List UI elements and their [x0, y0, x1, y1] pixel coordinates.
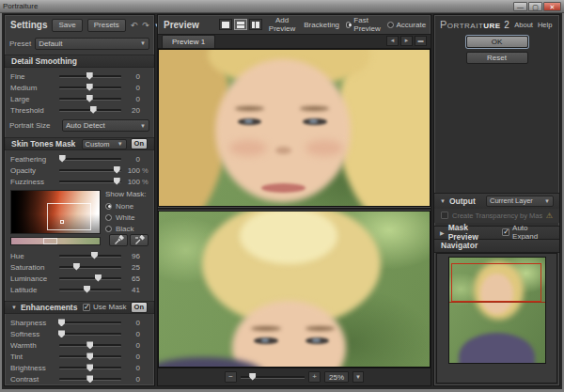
redo-icon[interactable]: ↷: [142, 21, 149, 30]
slider-thumb[interactable]: [91, 252, 98, 259]
slider-value: 0: [121, 341, 140, 350]
slider-thumb[interactable]: [114, 166, 120, 174]
mask-option[interactable]: None: [105, 200, 149, 212]
horizontal-split-view-icon[interactable]: [234, 19, 247, 30]
preview-image-top[interactable]: [158, 49, 431, 207]
enhancement-sliders: Sharpness 0 Softness 0 Warmth 0 Tint 0 B…: [5, 314, 154, 385]
ok-button[interactable]: OK: [466, 36, 528, 48]
mask-option[interactable]: White: [105, 212, 149, 223]
slider-thumb[interactable]: [86, 375, 93, 383]
use-mask-checkbox[interactable]: [83, 304, 90, 311]
slider-track[interactable]: [59, 266, 121, 269]
section-enhancements[interactable]: ▼ Enhancements Use Mask On: [5, 301, 154, 314]
reset-button[interactable]: Reset: [466, 52, 528, 64]
output-layer-dropdown[interactable]: Current Layer ▼: [486, 196, 554, 207]
slider-thumb[interactable]: [86, 72, 93, 80]
zoom-slider[interactable]: [241, 376, 305, 379]
presets-button[interactable]: Presets: [87, 19, 126, 32]
slider-thumb[interactable]: [59, 155, 66, 163]
mask-preset-dropdown[interactable]: Custom ▼: [82, 139, 127, 149]
section-skin-tones-mask[interactable]: Skin Tones Mask Custom ▼ On: [5, 137, 154, 150]
slider-thumb[interactable]: [86, 84, 93, 91]
mask-on-toggle[interactable]: On: [131, 138, 148, 149]
zoom-menu-button[interactable]: ▼: [352, 371, 364, 383]
eyedropper-minus-button[interactable]: [130, 234, 149, 246]
slider-thumb[interactable]: [86, 95, 93, 102]
slider-track[interactable]: [59, 321, 121, 324]
auto-expand-checkbox[interactable]: [502, 228, 509, 236]
slider-thumb[interactable]: [95, 274, 102, 282]
vertical-split-view-icon[interactable]: [249, 19, 262, 30]
undo-icon[interactable]: ↶: [131, 21, 138, 30]
slider-thumb[interactable]: [73, 263, 80, 271]
hue-selection[interactable]: [43, 238, 57, 244]
slider-value: 100: [121, 178, 140, 186]
slider-value: 0: [121, 364, 140, 372]
preset-dropdown[interactable]: Default ▼: [35, 38, 149, 50]
section-detail-smoothing[interactable]: Detail Smoothing: [5, 55, 154, 68]
zoom-out-button[interactable]: −: [225, 371, 237, 383]
eyedropper-button[interactable]: [109, 234, 128, 246]
help-link[interactable]: Help: [538, 21, 552, 29]
hue-strip[interactable]: [10, 237, 101, 245]
bracketing-button[interactable]: Bracketing: [302, 21, 341, 29]
slider-thumb[interactable]: [90, 106, 97, 114]
tab-prev-button[interactable]: ◄: [386, 36, 399, 46]
slider-thumb[interactable]: [84, 286, 90, 293]
slider-label: Tint: [10, 353, 59, 361]
portraiture-window: Portraiture — ▢ ✕ Settings Save Presets …: [0, 0, 564, 392]
slider-track[interactable]: [59, 109, 121, 112]
slider-track[interactable]: [59, 180, 121, 183]
slider-thumb[interactable]: [86, 341, 93, 349]
slider-track[interactable]: [59, 277, 121, 280]
slider-track[interactable]: [59, 98, 121, 101]
slider-track[interactable]: [59, 344, 121, 347]
tab-close-button[interactable]: ▬: [415, 36, 427, 46]
portrait-size-dropdown[interactable]: Auto Detect ▼: [62, 119, 149, 132]
window-titlebar[interactable]: Portraiture — ▢ ✕: [0, 0, 564, 13]
slider-thumb[interactable]: [86, 353, 93, 360]
mask-option[interactable]: Black: [105, 223, 149, 234]
tab-next-button[interactable]: ►: [400, 36, 413, 46]
add-preview-button[interactable]: Add Preview: [267, 16, 297, 33]
navigator-thumbnail[interactable]: [448, 257, 546, 364]
zoom-level[interactable]: 25%: [324, 371, 349, 383]
slider-track[interactable]: [59, 255, 121, 258]
slider-thumb[interactable]: [58, 330, 65, 337]
color-gradient-box[interactable]: [10, 190, 101, 234]
transparency-checkbox[interactable]: [441, 212, 448, 219]
slider-track[interactable]: [59, 158, 121, 161]
about-link[interactable]: About: [514, 21, 533, 29]
save-button[interactable]: Save: [52, 19, 82, 32]
mask-preview-header[interactable]: ▶ Mask Preview Auto Expand: [434, 226, 559, 240]
accurate-radio[interactable]: Accurate: [387, 21, 427, 29]
slider-track[interactable]: [59, 289, 121, 291]
gradient-selection[interactable]: [47, 203, 91, 231]
maximize-button[interactable]: ▢: [528, 2, 542, 11]
slider-track[interactable]: [59, 355, 121, 358]
slider-track[interactable]: [59, 333, 121, 336]
slider-thumb[interactable]: [86, 364, 93, 371]
close-button[interactable]: ✕: [543, 2, 561, 11]
output-section-header[interactable]: ▼ Output Current Layer ▼: [434, 194, 559, 209]
slider-thumb[interactable]: [58, 319, 65, 326]
preview-image-bottom[interactable]: [158, 211, 431, 368]
slider-thumb[interactable]: [114, 178, 120, 185]
slider-track[interactable]: [59, 378, 121, 381]
navigator-header[interactable]: Navigator: [434, 240, 559, 253]
enhancements-on-toggle[interactable]: On: [131, 302, 148, 313]
slider-row: Opacity 100 %: [5, 165, 154, 176]
slider-track[interactable]: [59, 86, 121, 89]
slider-value: 100: [121, 166, 140, 175]
slider-track[interactable]: [59, 169, 121, 172]
single-view-icon[interactable]: [219, 19, 232, 30]
zoom-in-button[interactable]: +: [308, 371, 321, 383]
slider-track[interactable]: [59, 75, 121, 78]
slider-track[interactable]: [59, 367, 121, 369]
tab-preview-1[interactable]: Preview 1: [162, 35, 215, 48]
navigator-view-rect[interactable]: [451, 263, 542, 301]
fast-preview-radio[interactable]: Fast Preview: [346, 16, 382, 33]
minimize-button[interactable]: —: [513, 2, 527, 11]
zoom-slider-thumb[interactable]: [249, 373, 256, 381]
auto-expand-group[interactable]: Auto Expand: [502, 224, 554, 241]
